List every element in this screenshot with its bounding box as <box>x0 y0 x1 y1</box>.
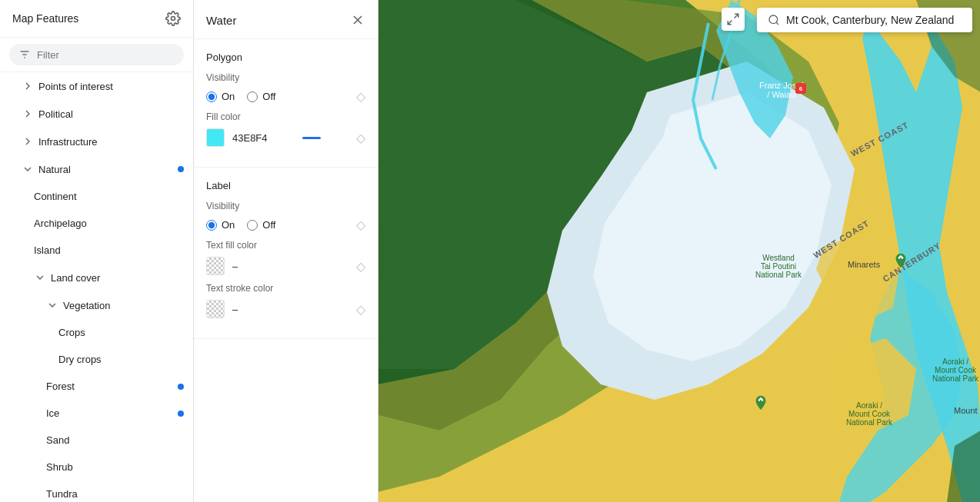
visibility-label: Visibility <box>206 72 365 83</box>
sidebar-item-label: Infrastructure <box>38 136 181 148</box>
reset-diamond-icon[interactable]: ◇ <box>356 131 365 145</box>
sidebar-item-label: Ice <box>46 407 181 419</box>
sidebar-item-sand[interactable]: Sand <box>0 427 193 454</box>
color-row: 43E8F4 <box>206 128 268 147</box>
sidebar-item-label: Points of interest <box>38 81 181 92</box>
svg-line-8 <box>776 22 778 25</box>
visibility-on-label[interactable]: On <box>206 91 235 102</box>
fill-color-swatch[interactable] <box>206 128 225 147</box>
sidebar-item-shrub[interactable]: Shrub <box>0 454 193 480</box>
sidebar-item-label: Crops <box>58 327 181 338</box>
fullscreen-button[interactable] <box>722 8 745 31</box>
sidebar-item-label: Forest <box>46 381 181 392</box>
sidebar-item-points-of-interest[interactable]: Points of interest <box>0 72 193 100</box>
sidebar-item-label: Archipelago <box>34 218 181 229</box>
sidebar-item-archipelago[interactable]: Archipelago <box>0 210 193 237</box>
chevron-down-icon <box>46 299 58 311</box>
gear-icon[interactable] <box>165 11 181 26</box>
text-stroke-color-row: – ◇ <box>206 300 365 318</box>
svg-line-10 <box>728 21 732 25</box>
sidebar-item-label: Island <box>34 244 181 256</box>
label-visibility-off-text: Off <box>262 219 275 231</box>
middle-panel: Water Polygon Visibility On Off ◇ Fill c… <box>194 0 378 502</box>
map-area[interactable]: WEST COAST CANTERBURY WEST COAST CANTERB… <box>378 0 980 502</box>
sidebar-item-forest[interactable]: Forest <box>0 373 193 400</box>
label-visibility-row: On Off ◇ <box>206 218 365 232</box>
sidebar-item-crops[interactable]: Crops <box>0 319 193 346</box>
chevron-down-icon <box>34 271 46 284</box>
search-bar[interactable]: Mt Cook, Canterbury, New Zealand <box>757 8 972 32</box>
sidebar-item-label: Political <box>38 108 181 120</box>
visibility-off-text: Off <box>262 91 275 102</box>
svg-line-9 <box>735 14 738 18</box>
visibility-on-text: On <box>222 91 235 102</box>
search-icon <box>768 14 780 26</box>
chevron-down-icon <box>22 163 34 175</box>
panel-header: Map Features <box>0 0 193 38</box>
sidebar-item-label: Natural <box>38 164 181 175</box>
middle-header: Water <box>194 0 378 39</box>
fill-color-value: 43E8F4 <box>232 132 268 144</box>
text-fill-color-row: – ◇ <box>206 257 365 275</box>
sidebar-item-ice[interactable]: Ice <box>0 400 193 427</box>
sidebar-item-dry-crops[interactable]: Dry crops <box>0 346 193 373</box>
sidebar-item-label: Sand <box>46 434 181 446</box>
polygon-section-title: Polygon <box>206 52 365 63</box>
visibility-off-radio[interactable] <box>247 91 258 102</box>
modified-dot <box>178 411 184 417</box>
filter-input[interactable] <box>37 49 175 61</box>
sidebar-item-political[interactable]: Political <box>0 100 193 128</box>
label-section: Label Visibility On Off ◇ Text fill colo… <box>194 168 378 339</box>
sidebar-item-island[interactable]: Island <box>0 237 193 264</box>
label-visibility-radio-group: On Off <box>206 219 275 231</box>
search-value: Mt Cook, Canterbury, New Zealand <box>786 14 954 26</box>
chevron-right-icon <box>22 135 34 148</box>
sidebar-item-label: Vegetation <box>63 300 181 311</box>
filter-input-wrap <box>9 44 184 65</box>
label-visibility-label: Visibility <box>206 201 365 211</box>
sidebar-item-vegetation[interactable]: Vegetation <box>0 291 193 319</box>
visibility-off-label[interactable]: Off <box>247 91 275 102</box>
fullscreen-icon <box>726 12 740 26</box>
text-fill-color-row-inner: – <box>206 257 238 275</box>
visibility-radio-group: On Off <box>206 91 275 102</box>
label-visibility-on-text: On <box>222 219 235 231</box>
text-stroke-color-row-inner: – <box>206 300 238 318</box>
sidebar-item-infrastructure[interactable]: Infrastructure <box>0 128 193 155</box>
reset-diamond-icon[interactable]: ◇ <box>356 259 365 274</box>
text-fill-color-swatch[interactable] <box>206 257 225 275</box>
sidebar-item-label: Dry crops <box>58 354 181 365</box>
polygon-visibility-row: On Off ◇ <box>206 89 365 104</box>
sidebar-item-label: Land cover <box>51 272 181 284</box>
text-fill-color-label: Text fill color <box>206 240 365 251</box>
modified-dot <box>178 166 184 172</box>
nav-list: Points of interest Political Infrastruct… <box>0 72 193 502</box>
sidebar-item-tundra[interactable]: Tundra <box>0 480 193 502</box>
reset-diamond-icon[interactable]: ◇ <box>356 89 365 104</box>
polygon-section: Polygon Visibility On Off ◇ Fill color 4… <box>194 39 378 168</box>
left-panel: Map Features Points of interest Politica… <box>0 0 194 502</box>
svg-point-7 <box>769 15 778 24</box>
text-stroke-color-swatch[interactable] <box>206 300 225 318</box>
fill-color-row: 43E8F4 ◇ <box>206 128 365 147</box>
label-visibility-off-radio[interactable] <box>247 220 258 231</box>
sidebar-item-natural[interactable]: Natural <box>0 155 193 183</box>
middle-panel-title: Water <box>206 14 236 27</box>
fill-color-minus <box>302 137 321 139</box>
sidebar-item-label: Tundra <box>46 488 181 500</box>
sidebar-item-land-cover[interactable]: Land cover <box>0 264 193 291</box>
reset-diamond-icon[interactable]: ◇ <box>356 218 365 232</box>
sidebar-item-continent[interactable]: Continent <box>0 183 193 210</box>
label-visibility-on-radio[interactable] <box>206 220 217 231</box>
modified-dot <box>178 384 184 390</box>
filter-bar <box>0 38 193 72</box>
chevron-right-icon <box>22 80 34 92</box>
label-visibility-on-label[interactable]: On <box>206 219 235 231</box>
close-button[interactable] <box>350 12 365 28</box>
label-section-title: Label <box>206 180 365 191</box>
visibility-on-radio[interactable] <box>206 91 217 102</box>
sidebar-item-label: Shrub <box>46 461 181 473</box>
fill-color-label: Fill color <box>206 111 365 122</box>
reset-diamond-icon[interactable]: ◇ <box>356 302 365 317</box>
label-visibility-off-label[interactable]: Off <box>247 219 275 231</box>
